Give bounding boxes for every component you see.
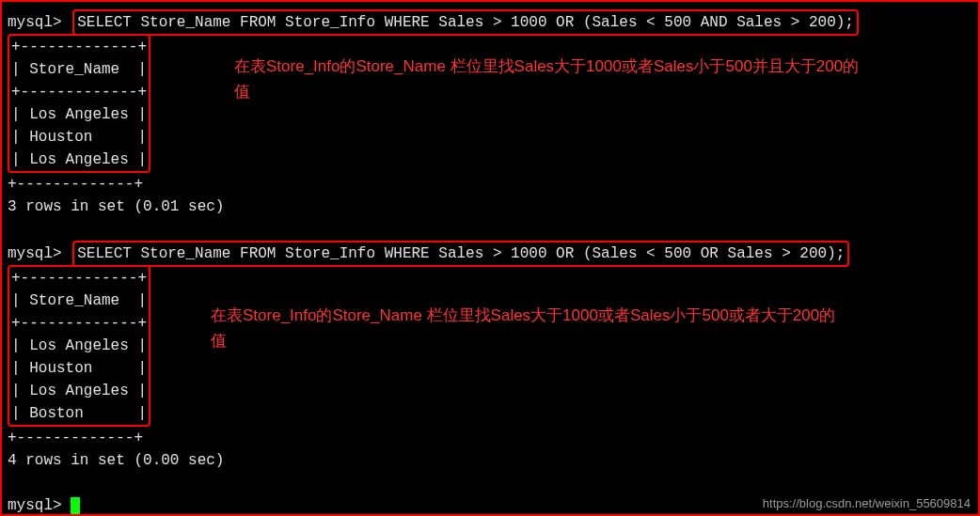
table-row: | Los Angeles | [11, 335, 147, 357]
result-status-1: 3 rows in set (0.01 sec) [8, 195, 972, 218]
table-border: +-------------+ [11, 267, 147, 289]
table-row: | Houston | [11, 357, 147, 380]
table-header-row: | Store_Name | [11, 289, 147, 312]
table-border: +-------------+ [11, 81, 147, 103]
column-header: Store_Name [29, 61, 119, 78]
table-row: | Houston | [11, 126, 147, 149]
result-table-1: +-------------+ | Store_Name | +--------… [8, 34, 150, 173]
mysql-prompt: mysql> [8, 497, 62, 514]
table-header-row: | Store_Name | [11, 58, 147, 81]
blank-line [8, 218, 972, 241]
sql-query-2: SELECT Store_Name FROM Store_Info WHERE … [72, 241, 849, 267]
table-border: +-------------+ [11, 36, 147, 58]
mysql-prompt: mysql> [8, 245, 62, 262]
table-border: +-------------+ [8, 427, 972, 449]
annotation-1: 在表Store_Info的Store_Name 栏位里找Sales大于1000或… [234, 54, 874, 104]
mysql-prompt: mysql> [8, 14, 62, 31]
query-line-2: mysql> SELECT Store_Name FROM Store_Info… [8, 241, 972, 267]
table-row: | Boston | [11, 402, 147, 425]
table-border: +-------------+ [8, 173, 972, 195]
cursor-icon [71, 497, 80, 514]
table-border: +-------------+ [11, 312, 147, 335]
annotation-2: 在表Store_Info的Store_Name 栏位里找Sales大于1000或… [211, 303, 850, 353]
blank-line [8, 472, 972, 494]
table-row: | Los Angeles | [11, 380, 147, 402]
table-row: | Los Angeles | [11, 103, 147, 126]
watermark-text: https://blog.csdn.net/weixin_55609814 [763, 496, 971, 510]
result-table-2: +-------------+ | Store_Name | +--------… [8, 265, 150, 427]
column-header: Store_Name [29, 292, 119, 309]
table-row: | Los Angeles | [11, 149, 147, 171]
query-line-1: mysql> SELECT Store_Name FROM Store_Info… [8, 9, 972, 36]
result-status-2: 4 rows in set (0.00 sec) [8, 449, 972, 472]
sql-query-1: SELECT Store_Name FROM Store_Info WHERE … [72, 9, 859, 36]
